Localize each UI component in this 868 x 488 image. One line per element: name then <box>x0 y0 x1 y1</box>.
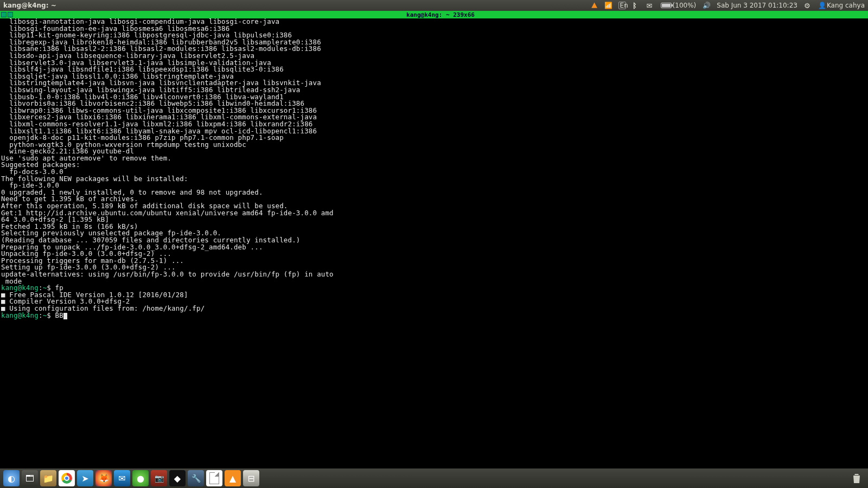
bluetooth-icon[interactable] <box>633 2 640 9</box>
vlc-tray-icon[interactable] <box>591 2 598 9</box>
dock-vlc[interactable]: ▲ <box>225 470 241 486</box>
dock-files-folder[interactable]: 📁 <box>40 470 56 486</box>
dock-disks[interactable]: ⊟ <box>243 470 259 486</box>
document-icon <box>209 472 219 484</box>
window-title: kang@k4ng: ~ <box>3 2 56 9</box>
terminal-title: kang@k4ng: ~ 239x66 <box>13 11 868 18</box>
battery-indicator[interactable]: (100%) <box>661 2 697 9</box>
network-icon[interactable] <box>604 2 612 9</box>
dock-system-tools[interactable]: 🔧 <box>188 470 204 486</box>
terminal-output[interactable]: libosgi-annotation-java libosgi-compendi… <box>0 18 868 468</box>
cursor <box>63 313 67 319</box>
session-icon[interactable] <box>804 2 812 9</box>
dock-telegram[interactable]: ➤ <box>77 470 93 486</box>
dock-chrome[interactable] <box>59 470 75 486</box>
dock-inkscape[interactable]: ◆ <box>169 470 186 486</box>
chrome-icon <box>61 473 72 484</box>
top-panel: kang@k4ng: ~ En (100%) Sab Jun 3 2017 01… <box>0 0 868 11</box>
dock-firefox[interactable]: 🦊 <box>95 470 112 486</box>
battery-pct: (100%) <box>673 2 697 9</box>
trash-icon[interactable] <box>848 470 865 486</box>
window-control-2[interactable] <box>8 12 13 17</box>
dock-libreoffice[interactable] <box>206 470 222 486</box>
window-controls[interactable] <box>0 12 13 17</box>
dock-file-manager[interactable]: 🗔 <box>22 470 38 486</box>
dock-browser-green[interactable]: ● <box>132 470 149 486</box>
dock-show-apps[interactable]: ◐ <box>3 470 20 486</box>
terminal-titlebar[interactable]: kang@k4ng: ~ 239x66 <box>0 11 868 18</box>
clock[interactable]: Sab Jun 3 2017 01:10:23 <box>717 2 797 9</box>
messages-icon[interactable] <box>647 2 654 9</box>
window-control-1[interactable] <box>1 12 7 17</box>
user-name: Kang cahya <box>827 2 865 9</box>
dock-screenshot[interactable]: 📷 <box>151 470 167 486</box>
bottom-dock: ◐🗔📁➤🦊✉●📷◆🔧▲⊟ <box>0 468 868 488</box>
user-menu[interactable]: Kang cahya <box>818 2 865 9</box>
system-tray: En (100%) Sab Jun 3 2017 01:10:23 Kang c… <box>591 2 865 9</box>
dock-thunderbird[interactable]: ✉ <box>114 470 130 486</box>
volume-icon[interactable] <box>703 2 710 9</box>
keyboard-lang-indicator[interactable]: En <box>618 2 626 9</box>
